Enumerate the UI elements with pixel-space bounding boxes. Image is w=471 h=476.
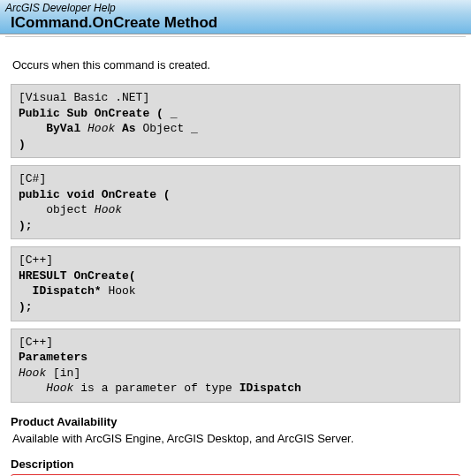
param-hook: Hook <box>19 366 46 380</box>
param-direction: [in] <box>46 366 80 380</box>
paren-close: ); <box>19 219 33 232</box>
param-hook: Hook <box>102 284 136 298</box>
description-heading: Description <box>11 457 460 471</box>
kw-oncreate: OnCreate <box>67 269 129 283</box>
kw-public-void: public void <box>19 188 95 201</box>
kw-oncreate: OnCreate <box>87 107 156 120</box>
code-block-cpp-signature: [C++] HRESULT OnCreate( IDispatch* Hook … <box>11 246 460 321</box>
kw-as: As <box>122 122 136 135</box>
lang-tag: [Visual Basic .NET] <box>19 91 149 104</box>
content-wrap: Occurs when this command is created. [Vi… <box>0 46 471 476</box>
type-object: Object _ <box>136 122 198 135</box>
kw-public-sub: Public Sub <box>19 107 87 120</box>
code-block-csharp: [C#] public void OnCreate ( object Hook … <box>11 165 460 239</box>
breadcrumb: ArcGIS Developer Help <box>5 2 467 14</box>
param-hook: Hook <box>95 203 122 216</box>
paren-open: ( <box>163 188 171 201</box>
paren-close: ) <box>19 138 26 151</box>
indent <box>19 122 46 135</box>
code-block-vbnet: [Visual Basic .NET] Public Sub OnCreate … <box>11 84 460 158</box>
indent <box>19 382 46 395</box>
page-title: ICommand.OnCreate Method <box>11 14 467 32</box>
product-availability-heading: Product Availability <box>11 415 460 428</box>
product-availability-body: Available with ArcGIS Engine, ArcGIS Des… <box>12 432 459 445</box>
paren-open: ( _ <box>156 107 177 120</box>
paren-close: ); <box>19 300 33 314</box>
kw-hresult: HRESULT <box>19 269 67 283</box>
param-hook: Hook <box>46 382 73 395</box>
indent <box>19 284 33 298</box>
param-desc: is a parameter of type <box>73 382 239 395</box>
lang-tag: [C++] <box>19 253 53 267</box>
title-divider <box>5 36 466 37</box>
summary-text: Occurs when this command is created. <box>12 58 459 72</box>
kw-oncreate: OnCreate <box>95 188 163 201</box>
type-idispatch: IDispatch* <box>33 284 102 298</box>
code-block-cpp-params: [C++] Parameters Hook [in] Hook is a par… <box>11 329 460 403</box>
type-object: object <box>19 203 95 216</box>
kw-parameters: Parameters <box>19 351 87 364</box>
lang-tag: [C++] <box>19 336 53 349</box>
kw-byval: ByVal <box>46 122 80 135</box>
title-bar: ArcGIS Developer Help ICommand.OnCreate … <box>0 0 471 34</box>
lang-tag: [C#] <box>19 172 46 185</box>
paren-open: ( <box>129 269 136 283</box>
param-hook: Hook <box>80 122 122 135</box>
type-idispatch: IDispatch <box>239 382 301 395</box>
